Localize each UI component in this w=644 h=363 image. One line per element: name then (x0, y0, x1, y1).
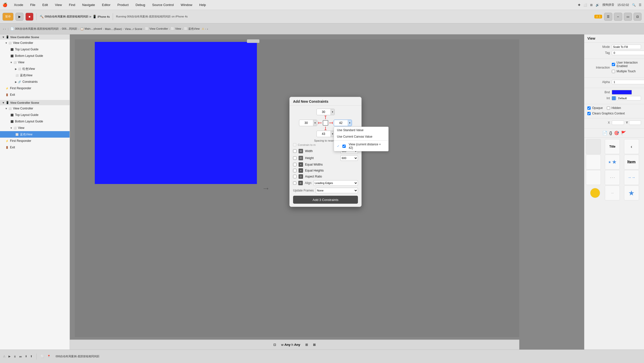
tree-top-guide-1[interactable]: ⬛ Top Layout Guide (0, 46, 70, 53)
stop-button[interactable]: ■ (26, 13, 34, 21)
nav-breadcrumb-1[interactable]: 006自动布局案例-底部按钮相同间距 (15, 27, 59, 31)
hidden-checkbox[interactable] (607, 106, 610, 110)
spacing-right-input[interactable]: ▾ (334, 120, 352, 126)
y-field[interactable] (629, 120, 641, 125)
tree-bottom-guide-2[interactable]: ⬛ Bottom Layout Guide (0, 118, 70, 125)
spacing-left-value[interactable] (299, 121, 313, 125)
user-interaction-checkbox[interactable] (612, 63, 615, 66)
nav-breadcrumb-8[interactable]: ⬜ 蓝色View (184, 27, 200, 31)
search-icon[interactable]: 🔍 (632, 3, 636, 7)
nav-breadcrumb-end[interactable]: › (207, 27, 208, 30)
mode-select[interactable]: Scale To Fill (612, 45, 641, 49)
menu-source-control[interactable]: Source Control (151, 2, 175, 7)
blue-view[interactable] (95, 42, 257, 184)
icon-cell-dashes[interactable]: - - - (605, 170, 620, 185)
tree-first-responder-1[interactable]: ⚡ First Responder (0, 85, 70, 91)
spacing-top-input[interactable]: ▾ (316, 109, 335, 115)
run-button[interactable]: ▶ (16, 13, 24, 21)
dropdown-view-checkbox[interactable] (342, 145, 346, 148)
clears-checkbox[interactable] (588, 112, 590, 115)
menu-edit[interactable]: Edit (41, 2, 50, 7)
icon-cell-title[interactable]: Title (605, 139, 620, 154)
status-step-over[interactable]: ⏭ (19, 355, 22, 358)
status-play-icon[interactable]: ▶ (8, 355, 10, 358)
spacing-bottom-value[interactable] (317, 132, 330, 136)
menu-editor[interactable]: Editor (100, 2, 112, 7)
file-icon[interactable]: 📄 (602, 131, 607, 135)
flag-icon[interactable]: 🚩 (621, 131, 626, 135)
constrain-margin-checkbox[interactable] (293, 143, 296, 146)
curly-icon[interactable]: {} (609, 131, 612, 135)
tree-exit-1[interactable]: 🚪 Exit (0, 91, 70, 98)
tree-view-controller-1[interactable]: ▼ ⬜ View Controller (0, 40, 70, 46)
nav-breadcrumb-3[interactable]: 📋 Main....yboard (80, 27, 102, 30)
nav-breadcrumb-5[interactable]: View...r Scene (125, 27, 142, 30)
spacing-bottom-input[interactable]: ▾ (316, 131, 335, 137)
tint-swatch[interactable] (612, 96, 616, 100)
tree-blue-view-2[interactable]: ⬜ 蓝色View (0, 131, 70, 138)
icon-cell-dashes2[interactable]: ··· (605, 185, 620, 200)
menu-view[interactable]: View (54, 2, 63, 7)
height-select[interactable]: 600 (340, 155, 358, 161)
tree-exit-2[interactable]: 🚪 Exit (0, 144, 70, 151)
scene-collapse-2[interactable]: ▼ (2, 101, 5, 104)
tree-first-responder-2[interactable]: ⚡ First Responder (0, 138, 70, 144)
equal-heights-checkbox[interactable] (293, 169, 296, 172)
pause-button[interactable]: 暂停 (2, 13, 14, 21)
menu-find[interactable]: Find (67, 2, 76, 7)
layout-btn-1[interactable]: ☰ (604, 13, 612, 21)
dropdown-standard[interactable]: Use Standard Value (334, 127, 388, 133)
opaque-checkbox[interactable] (588, 106, 590, 110)
control-center-icon[interactable]: ☰ (639, 3, 642, 7)
alpha-field[interactable] (612, 80, 644, 84)
nav-breadcrumb-7[interactable]: ⬜ View (171, 27, 181, 30)
layout-btn-3[interactable]: ▭ (624, 13, 632, 21)
device-name[interactable]: iPhone 4s (98, 15, 110, 18)
nav-breadcrumb-2[interactable]: 006…同间距 (62, 27, 77, 31)
input-method[interactable]: 搜狗拼音 (602, 3, 614, 7)
dropdown-view[interactable]: View (current distance = 42) (334, 141, 388, 151)
menu-product[interactable]: Product (116, 2, 130, 7)
apple-menu[interactable]: 🍎 (2, 2, 8, 7)
icon-cell-item[interactable]: Item (624, 155, 639, 170)
icon-cell-arrow-right[interactable]: →→ (624, 170, 639, 185)
icon-cell-1[interactable] (586, 139, 601, 154)
nav-forward[interactable]: › (5, 27, 6, 30)
add-constraints-button[interactable]: Add 3 Constraints (293, 196, 358, 204)
canvas-size-icon[interactable]: ⊡ (273, 343, 276, 347)
tree-view-controller-2[interactable]: ▼ ⬜ View Controller (0, 105, 70, 112)
menu-add-icon[interactable]: ✚ (578, 3, 580, 7)
menu-debug[interactable]: Debug (134, 2, 147, 7)
spacing-top-dropdown[interactable]: ▾ (330, 109, 334, 115)
x-field[interactable] (612, 120, 624, 125)
tree-view-2[interactable]: ▼ ⬜ View (0, 125, 70, 131)
status-location-icon[interactable]: 📍 (47, 355, 51, 358)
spacing-top-value[interactable] (317, 110, 330, 114)
canvas-zoom-icon[interactable]: ⊠ (313, 343, 316, 347)
menu-help[interactable]: Help (198, 2, 208, 7)
menu-file[interactable]: File (29, 2, 37, 7)
menu-xcode[interactable]: Xcode (12, 2, 25, 7)
layout-btn-2[interactable]: ↔ (614, 13, 622, 21)
status-view-icon[interactable]: ⬜ (41, 355, 44, 358)
multiple-touch-checkbox[interactable] (612, 70, 615, 73)
align-checkbox[interactable] (293, 181, 296, 185)
icon-cell-stars[interactable]: ★ ★ (605, 155, 620, 170)
spacing-right-value[interactable] (334, 121, 348, 125)
grid-icon[interactable]: ⊞ (590, 3, 592, 7)
tree-red-view[interactable]: ▶ ⬜ 红色View (0, 65, 70, 72)
width-checkbox[interactable] (293, 149, 296, 153)
layout-btn-4[interactable]: ⊡ (634, 13, 642, 21)
scene-collapse-1[interactable]: ▼ (2, 36, 5, 39)
tree-top-guide-2[interactable]: ⬛ Top Layout Guide (0, 112, 70, 118)
status-step-down[interactable]: ⬇ (25, 355, 27, 358)
icon-cell-blue-star[interactable]: ★ (624, 185, 639, 200)
height-checkbox[interactable] (293, 156, 296, 160)
nav-back[interactable]: ‹ (3, 27, 4, 30)
tag-field[interactable] (612, 51, 644, 55)
background-swatch[interactable] (612, 90, 632, 94)
icon-cell-empty2[interactable] (586, 170, 601, 185)
spacing-right-dropdown[interactable]: ▾ (348, 120, 352, 126)
target-icon[interactable]: 🎯 (614, 131, 619, 135)
menu-navigate[interactable]: Navigate (80, 2, 96, 7)
